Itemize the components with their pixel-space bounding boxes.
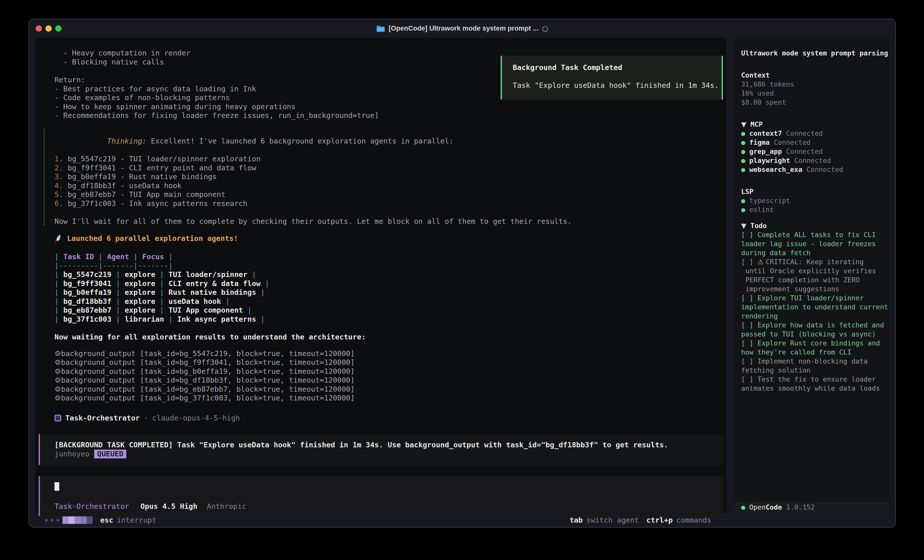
mcp-item-status: Connected [782, 129, 823, 137]
todo-item: [ ] Test the fix to ensure loader animat… [741, 375, 888, 393]
thinking-block: Thinking: Excellent! I've launched 6 bac… [44, 128, 720, 226]
table-cell: explore [120, 297, 160, 305]
table-cell: bg_b0effa19 [59, 288, 116, 296]
todo-checkbox: [ ] [741, 231, 758, 239]
context-stats: 31,686 tokens16% used$0.00 spent [734, 80, 889, 107]
thinking-item-number: 3. [54, 172, 63, 181]
minimize-window-button[interactable] [45, 25, 52, 31]
table-header-row: | Task ID | Agent | Focus | [54, 252, 720, 261]
context-stat: 16% used [741, 89, 888, 98]
todo-checkbox: [ ] [741, 321, 758, 329]
table-row: | bg_37f1c003 | librarian | Ink async pa… [54, 315, 720, 324]
status-dot-icon: ● [741, 197, 750, 205]
username: junhoyeo [54, 449, 90, 458]
thinking-item-text: bg_37f1c003 - Ink async patterns researc… [63, 199, 248, 208]
lsp-item-name: eslint [749, 206, 774, 214]
background-task-toast[interactable]: Background Task Completed Task "Explore … [501, 56, 723, 100]
zoom-window-button[interactable] [55, 25, 62, 31]
transcript: - Heavy computation in render - Blocking… [35, 49, 726, 422]
mcp-heading-text: MCP [750, 120, 763, 128]
todo-checkbox: [ ] [741, 294, 758, 302]
table-cell: bg_eb87ebb7 [59, 306, 116, 314]
table-cell: Rust native bindings [164, 288, 261, 296]
todo-item: [ ] Implement non-blocking data fetching… [741, 357, 888, 375]
tool-call-list: ⚙︎background_output [task_id=bg_5547c219… [54, 349, 720, 403]
agent-model: claude-opus-4-5-high [152, 414, 240, 423]
folder-icon [376, 25, 385, 32]
thinking-item: 1. bg_5547c219 - TUI loader/spinner expl… [54, 154, 720, 163]
active-agent-label: Task-Orchestrator [54, 502, 129, 511]
spacer [54, 120, 720, 128]
mcp-item: ● websearch_exa Connected [741, 165, 888, 174]
tool-call-line: ⚙︎background_output [task_id=bg_df18bb3f… [54, 376, 720, 385]
spacer [54, 403, 720, 414]
mcp-item: ● figma Connected [741, 138, 888, 147]
table-cell: TUI loader/spinner [164, 270, 252, 279]
todo-checkbox: [ ] [741, 375, 758, 383]
todo-list: [ ] Complete ALL tasks to fix CLI loader… [734, 230, 889, 393]
thinking-item-number: 1. [54, 154, 63, 163]
title-bar: [OpenCode] Ultrawork mode system prompt … [29, 19, 896, 37]
mcp-item-status: Connected [790, 157, 831, 164]
terminal-pane: Background Task Completed Task "Explore … [35, 37, 726, 513]
mcp-item: ● grep_app Connected [741, 147, 888, 156]
return-heading-text: Return: [54, 75, 85, 84]
spacer [734, 214, 889, 221]
active-model-label: Opus 4.5 High [140, 502, 197, 511]
lsp-item-name: typescript [749, 197, 790, 205]
todo-heading [747, 222, 750, 229]
spacer [54, 243, 720, 252]
background-task-message-text: [BACKGROUND TASK COMPLETED] Task "Explor… [54, 440, 668, 449]
lsp-list: ● typescript● eslint [734, 196, 889, 214]
mcp-item-name: playwright [749, 157, 790, 164]
return-item: - How to keep spinner animating during h… [54, 102, 720, 111]
tool-call-line: ⚙︎background_output [task_id=bg_eb87ebb7… [54, 385, 720, 394]
thinking-item-text: bg_df18bb3f - useData hook [63, 181, 182, 190]
gear-icon: ⚙︎ [54, 358, 61, 367]
table-cell: useData hook [164, 297, 225, 305]
table-cell: explore [120, 288, 160, 296]
table-header-cell: Agent [103, 252, 134, 261]
todo-item: [ ] Explore Rust core bindings and how t… [741, 339, 888, 357]
prompt-input[interactable]: Task-Orchestrator Opus 4.5 High Anthropi… [39, 476, 723, 516]
status-bar: esc interrupt tab switch agent ctrl+p co… [35, 516, 726, 524]
status-dot-icon: ● [741, 166, 750, 174]
thinking-item-text: bg_b0effa19 - Rust native bindings [63, 172, 217, 181]
collapse-triangle-icon[interactable]: ▼ [741, 120, 747, 128]
window-title: [OpenCode] Ultrawork mode system prompt … [376, 24, 548, 33]
todo-item: [ ] Explore TUI loader/spinner implement… [741, 293, 888, 320]
mcp-heading-row: ▼ MCP [734, 120, 889, 129]
mcp-item-name: figma [749, 138, 770, 146]
collapse-triangle-icon[interactable]: ▼ [741, 222, 747, 229]
wait-text: Now I'll wait for all of them to complet… [54, 217, 572, 226]
table-cell: explore [120, 270, 160, 279]
table-cell: librarian [120, 315, 168, 323]
thinking-item-number: 5. [54, 190, 63, 199]
sidebar: Ultrawork mode system prompt parsing Con… [734, 37, 889, 513]
thinking-item: 6. bg_37f1c003 - Ink async patterns rese… [54, 199, 720, 208]
version-spacer [782, 503, 786, 512]
provider-label: Anthropic [207, 502, 246, 511]
close-window-button[interactable] [36, 25, 42, 31]
todo-item: [ ] ⚠ CRITICAL: Keep iterating until Ora… [741, 258, 888, 293]
thinking-item-text: bg_eb87ebb7 - TUI App main component [63, 190, 225, 199]
todo-checkbox: [ ] [741, 339, 758, 347]
todo-item: [ ] Complete ALL tasks to fix CLI loader… [741, 230, 888, 258]
tool-call-text: background_output [task_id=bg_df18bb3f, … [61, 376, 355, 384]
spinner-block [69, 517, 75, 524]
mcp-item-name: grep_app [749, 148, 782, 155]
status-bar-left: esc interrupt [45, 516, 156, 524]
spinner-block [63, 517, 69, 524]
table-cell: Ink async patterns [173, 315, 260, 323]
gear-icon: ⚙︎ [54, 367, 61, 376]
table-row: | bg_b0effa19 | explore | Rust native bi… [54, 288, 720, 297]
tool-call-text: background_output [task_id=bg_eb87ebb7, … [61, 385, 355, 394]
mcp-item-status: Connected [802, 166, 843, 174]
tab-key-hint: tab [570, 516, 582, 524]
agent-separator: · [144, 414, 148, 423]
wait-text-line: Now I'll wait for all of them to complet… [54, 217, 720, 226]
table-cell: bg_5547c219 [59, 270, 116, 279]
toast-body: Task "Explore useData hook" finished in … [513, 81, 722, 90]
brand-code: Code [766, 503, 782, 512]
window-title-text: [OpenCode] Ultrawork mode system prompt … [388, 25, 538, 32]
